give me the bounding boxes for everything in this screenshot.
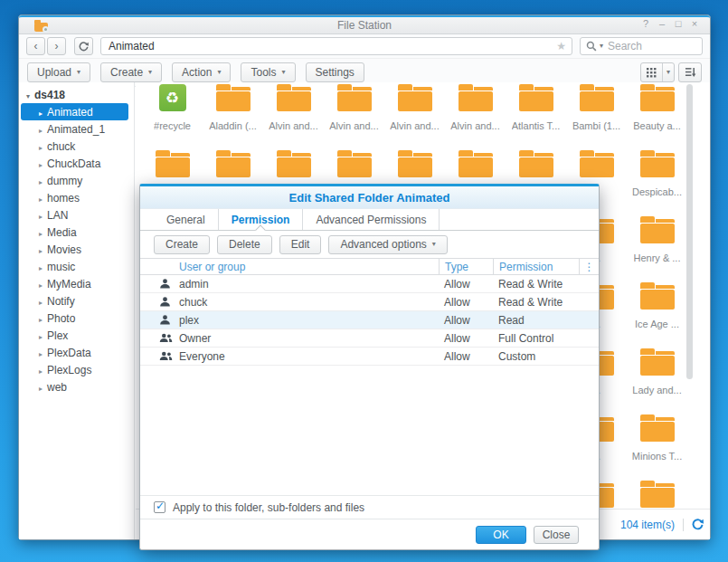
tree-collapsed-icon[interactable] <box>39 261 43 273</box>
tree-collapsed-icon[interactable] <box>39 175 43 187</box>
sidebar-item[interactable]: chuck <box>19 138 134 155</box>
sidebar-item[interactable]: Notify <box>19 292 134 310</box>
window-control-button[interactable]: □ <box>672 18 685 29</box>
sidebar-item-root[interactable]: ds418 <box>19 86 134 103</box>
permission-toolbar-button[interactable]: Advanced options ▾ <box>328 235 447 254</box>
sidebar-item[interactable]: Media <box>19 224 134 241</box>
menubar-button[interactable]: Upload ▾ <box>27 62 90 82</box>
permission-table-row[interactable]: admin Allow Read & Write <box>140 275 599 293</box>
file-item[interactable]: Lady and... <box>627 348 687 414</box>
window-control-button[interactable]: ? <box>639 18 652 29</box>
file-item[interactable]: Alvin and... <box>445 84 506 150</box>
file-item[interactable]: Despicab... <box>627 150 687 216</box>
forward-button[interactable]: › <box>47 37 66 55</box>
search-input[interactable] <box>606 39 696 53</box>
refresh-button[interactable] <box>74 37 93 55</box>
column-permission[interactable]: Permission <box>493 259 579 274</box>
user-icon <box>159 314 171 326</box>
tree-collapsed-icon[interactable] <box>39 312 43 325</box>
vertical-scrollbar-thumb[interactable] <box>686 84 693 379</box>
permission-table-row[interactable]: Owner Allow Full Control <box>140 329 599 348</box>
file-item[interactable]: Ice Age ... <box>627 282 687 348</box>
row-type: Allow <box>439 314 493 327</box>
sidebar-item[interactable]: PlexData <box>19 344 134 361</box>
tree-collapsed-icon[interactable] <box>39 226 43 239</box>
file-item[interactable]: Aladdin (... <box>203 84 263 150</box>
tree-collapsed-icon[interactable] <box>39 295 43 308</box>
file-item[interactable]: Alvin and... <box>324 84 384 150</box>
tree-collapsed-icon[interactable] <box>39 381 43 394</box>
permission-toolbar-button[interactable]: Create <box>154 235 210 254</box>
file-item-label: Despicab... <box>632 186 682 198</box>
menubar-button[interactable]: Settings <box>306 62 364 82</box>
column-user-or-group[interactable]: User or group <box>176 259 439 274</box>
path-input[interactable] <box>101 40 556 52</box>
sidebar-item[interactable]: LAN <box>19 206 134 224</box>
sidebar-item[interactable]: PlexLogs <box>19 361 134 378</box>
sidebar-item[interactable]: ChuckData <box>19 155 134 172</box>
window-control-button[interactable]: – <box>656 18 668 29</box>
file-item[interactable]: Atlantis T... <box>506 84 566 150</box>
column-menu-icon[interactable]: ⋮ <box>579 259 599 274</box>
file-item[interactable]: ♻ #recycle <box>142 84 203 150</box>
tree-collapsed-icon[interactable] <box>39 278 43 291</box>
tree-collapsed-icon[interactable] <box>39 192 43 205</box>
dialog-tab[interactable]: Permission <box>219 209 304 230</box>
permission-table-row[interactable]: chuck Allow Read & Write <box>140 293 599 311</box>
back-button[interactable]: ‹ <box>26 37 45 55</box>
tree-collapsed-icon[interactable] <box>39 209 43 222</box>
column-type[interactable]: Type <box>439 259 493 274</box>
close-button[interactable]: Close <box>534 526 579 544</box>
sort-button[interactable] <box>678 62 702 82</box>
tree-collapsed-icon[interactable] <box>39 243 43 256</box>
ok-button[interactable]: OK <box>476 526 526 544</box>
window-control-button[interactable]: × <box>688 18 701 29</box>
row-user-name: chuck <box>176 296 439 309</box>
tree-collapsed-icon[interactable] <box>39 106 43 119</box>
sidebar-item[interactable]: music <box>19 258 134 275</box>
tree-collapsed-icon[interactable] <box>39 140 43 153</box>
file-item[interactable]: Bambi (1... <box>566 84 627 150</box>
tree-collapsed-icon[interactable] <box>39 157 43 170</box>
status-refresh-icon[interactable] <box>692 519 704 530</box>
sidebar-item[interactable]: homes <box>19 189 134 206</box>
sidebar-item[interactable]: Plex <box>19 327 134 344</box>
view-mode-button[interactable]: ▾ <box>640 62 675 82</box>
apply-checkbox[interactable]: ✓ <box>154 501 165 513</box>
sidebar-item[interactable]: Animated <box>21 103 128 120</box>
sidebar-item[interactable]: Animated_1 <box>19 120 134 138</box>
sidebar-item[interactable]: MyMedia <box>19 275 134 292</box>
permission-table-row[interactable]: Everyone Allow Custom <box>140 348 599 366</box>
favorite-star-icon[interactable]: ★ <box>556 40 572 52</box>
sidebar-item[interactable]: dummy <box>19 172 134 189</box>
menubar-button[interactable]: Action ▾ <box>172 62 231 82</box>
tree-collapsed-icon[interactable] <box>39 364 43 376</box>
permission-table-row[interactable]: plex Allow Read <box>140 311 599 329</box>
search-icon <box>586 41 597 52</box>
file-item[interactable]: Alvin and... <box>263 84 324 150</box>
tree-collapsed-icon[interactable] <box>39 329 43 342</box>
group-icon <box>159 350 173 362</box>
tree-collapsed-icon[interactable] <box>39 347 43 359</box>
tree-expanded-icon <box>26 89 30 101</box>
dialog-tab[interactable]: General <box>154 209 219 230</box>
sidebar-item[interactable]: Photo <box>19 310 134 327</box>
menubar-button[interactable]: Tools ▾ <box>241 62 295 82</box>
permission-toolbar-button[interactable]: Delete <box>217 235 272 254</box>
sidebar-item[interactable]: Movies <box>19 241 134 258</box>
tree-collapsed-icon[interactable] <box>39 123 43 136</box>
menubar-button[interactable]: Create ▾ <box>100 62 162 82</box>
search-box: ▾ <box>580 37 703 55</box>
group-icon <box>159 332 173 344</box>
file-item-label: Alvin and... <box>269 120 317 132</box>
search-scope-caret-icon[interactable]: ▾ <box>600 43 603 50</box>
dialog-tab[interactable]: Advanced Permissions <box>303 209 440 230</box>
user-icon <box>159 296 171 308</box>
permission-toolbar-button[interactable]: Edit <box>279 235 322 254</box>
sidebar-item[interactable]: web <box>19 378 134 395</box>
file-item[interactable]: Henry & ... <box>627 216 687 282</box>
file-item[interactable]: Beauty a... <box>627 84 687 150</box>
file-item[interactable]: Minions T... <box>627 414 687 481</box>
row-permission: Read & Write <box>493 278 599 291</box>
file-item[interactable]: Alvin and... <box>384 84 445 150</box>
